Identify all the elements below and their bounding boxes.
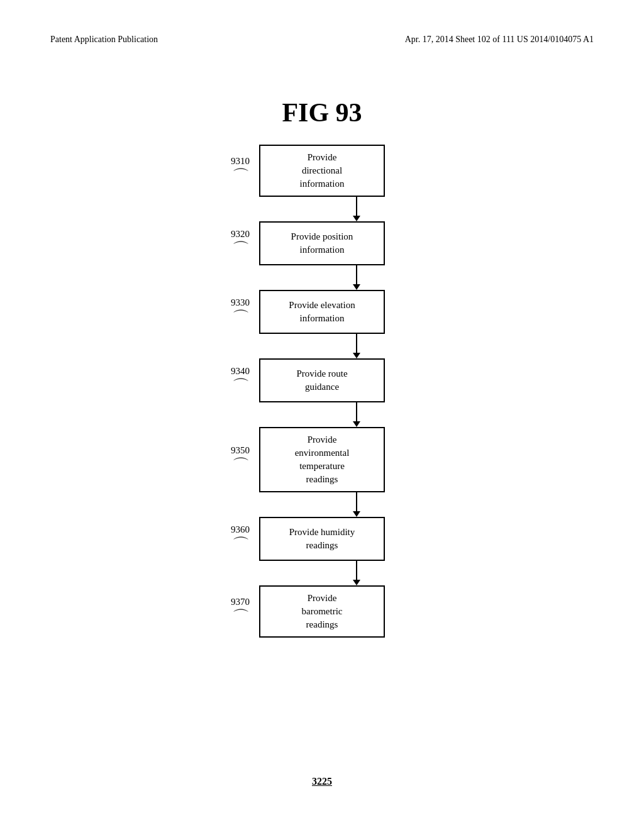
box-9310: Providedirectionalinformation bbox=[259, 145, 385, 197]
box-9350: Provideenvironmentaltemperaturereadings bbox=[259, 427, 385, 492]
box-9340: Provide routeguidance bbox=[259, 358, 385, 402]
arrow-3 bbox=[190, 334, 454, 358]
flow-row-9360: 9360 ⌒ Provide humidityreadings bbox=[190, 517, 454, 561]
label-9340: 9340 ⌒ bbox=[190, 366, 259, 396]
label-9370: 9370 ⌒ bbox=[190, 597, 259, 626]
label-9310: 9310 ⌒ bbox=[190, 156, 259, 185]
arrow-5 bbox=[190, 492, 454, 517]
label-9350: 9350 ⌒ bbox=[190, 445, 259, 475]
flow-row-9320: 9320 ⌒ Provide positioninformation bbox=[190, 221, 454, 265]
header-right: Apr. 17, 2014 Sheet 102 of 111 US 2014/0… bbox=[405, 35, 594, 45]
page-header: Patent Application Publication Apr. 17, … bbox=[50, 35, 594, 45]
box-9370: Providebarometricreadings bbox=[259, 585, 385, 638]
arrow-1 bbox=[190, 197, 454, 221]
bottom-label: 3225 bbox=[312, 776, 332, 787]
flow-row-9330: 9330 ⌒ Provide elevationinformation bbox=[190, 290, 454, 334]
flow-row-9350: 9350 ⌒ Provideenvironmentaltemperaturere… bbox=[190, 427, 454, 492]
arrow-4 bbox=[190, 402, 454, 427]
header-left: Patent Application Publication bbox=[50, 35, 158, 45]
box-9360: Provide humidityreadings bbox=[259, 517, 385, 561]
label-9330: 9330 ⌒ bbox=[190, 297, 259, 327]
arrow-2 bbox=[190, 265, 454, 290]
flow-row-9370: 9370 ⌒ Providebarometricreadings bbox=[190, 585, 454, 638]
figure-title: FIG 93 bbox=[282, 97, 362, 128]
box-9320: Provide positioninformation bbox=[259, 221, 385, 265]
label-9360: 9360 ⌒ bbox=[190, 524, 259, 554]
label-9320: 9320 ⌒ bbox=[190, 229, 259, 258]
flow-row-9310: 9310 ⌒ Providedirectionalinformation bbox=[190, 145, 454, 197]
arrow-6 bbox=[190, 561, 454, 585]
flow-row-9340: 9340 ⌒ Provide routeguidance bbox=[190, 358, 454, 402]
box-9330: Provide elevationinformation bbox=[259, 290, 385, 334]
